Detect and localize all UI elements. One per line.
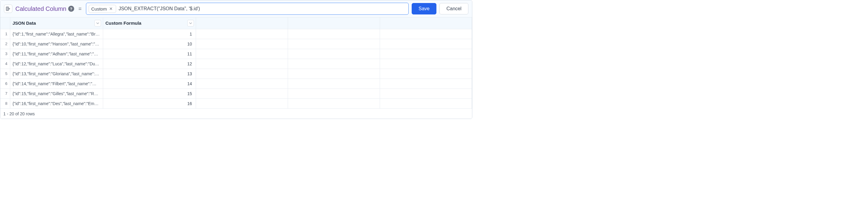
row-number-cell: 3 xyxy=(0,49,10,59)
page-title: Calculated Column ? xyxy=(16,5,74,12)
formula-result-cell[interactable]: 10 xyxy=(103,39,196,49)
column-menu-json[interactable] xyxy=(94,20,101,27)
data-table: JSON Data Custom Formula xyxy=(0,17,472,109)
formula-result-cell[interactable]: 15 xyxy=(103,88,196,99)
column-header-json[interactable]: JSON Data xyxy=(10,17,103,29)
blank-cell xyxy=(288,59,380,69)
blank-cell xyxy=(380,69,472,79)
column-header-formula-label: Custom Formula xyxy=(105,21,142,26)
column-header-formula[interactable]: Custom Formula xyxy=(103,17,196,29)
formula-result-cell[interactable]: 1 xyxy=(103,29,196,39)
table-row: 6{"id":14,"first_name":"Filbert","last_n… xyxy=(0,79,472,88)
table-row: 7{"id":15,"first_name":"Gilles","last_na… xyxy=(0,88,472,99)
cancel-button[interactable]: Cancel xyxy=(439,3,468,14)
table-row: 1{"id":1,"first_name":"Allegra","last_na… xyxy=(0,29,472,39)
blank-cell xyxy=(288,79,380,88)
formula-input[interactable] xyxy=(119,6,406,11)
blank-cell xyxy=(196,59,288,69)
row-number-cell: 6 xyxy=(0,79,10,88)
table-row: 5{"id":13,"first_name":"Gloriana","last_… xyxy=(0,69,472,79)
blank-cell xyxy=(288,88,380,99)
blank-cell xyxy=(288,69,380,79)
json-data-cell[interactable]: {"id":13,"first_name":"Gloriana","last_n… xyxy=(10,69,103,79)
blank-cell xyxy=(380,29,472,39)
blank-cell xyxy=(196,79,288,88)
close-icon[interactable]: ✕ xyxy=(108,6,114,11)
blank-cell xyxy=(380,39,472,49)
formula-result-cell[interactable]: 16 xyxy=(103,99,196,108)
chip-label: Custom xyxy=(91,6,107,11)
row-number-cell: 8 xyxy=(0,99,10,108)
formula-result-cell[interactable]: 14 xyxy=(103,79,196,88)
json-data-cell[interactable]: {"id":12,"first_name":"Luca","last_name"… xyxy=(10,59,103,69)
column-header-blank xyxy=(196,17,288,29)
blank-cell xyxy=(196,49,288,59)
row-number-cell: 7 xyxy=(0,88,10,99)
formula-result-cell[interactable]: 13 xyxy=(103,69,196,79)
formula-result-cell[interactable]: 11 xyxy=(103,49,196,59)
column-header-blank xyxy=(380,17,472,29)
blank-cell xyxy=(288,29,380,39)
row-number-cell: 4 xyxy=(0,59,10,69)
equals-sign: = xyxy=(77,6,83,12)
json-data-cell[interactable]: {"id":11,"first_name":"Adham","last_name… xyxy=(10,49,103,59)
blank-cell xyxy=(196,69,288,79)
header-bar: Calculated Column ? = Custom ✕ Save Canc… xyxy=(0,0,472,17)
blank-cell xyxy=(196,88,288,99)
blank-cell xyxy=(380,99,472,108)
row-number-cell: 1 xyxy=(0,29,10,39)
json-data-cell[interactable]: {"id":1,"first_name":"Allegra","last_nam… xyxy=(10,29,103,39)
json-data-cell[interactable]: {"id":16,"first_name":"Des","last_name":… xyxy=(10,99,103,108)
title-text: Calculated Column xyxy=(16,5,66,12)
column-header-json-label: JSON Data xyxy=(13,21,36,26)
json-data-cell[interactable]: {"id":14,"first_name":"Filbert","last_na… xyxy=(10,79,103,88)
table-row: 8{"id":16,"first_name":"Des","last_name"… xyxy=(0,99,472,108)
table-row: 2{"id":10,"first_name":"Hanson","last_na… xyxy=(0,39,472,49)
save-button[interactable]: Save xyxy=(412,3,436,14)
blank-cell xyxy=(196,39,288,49)
blank-cell xyxy=(380,88,472,99)
formula-type-chip[interactable]: Custom ✕ xyxy=(89,5,116,13)
blank-cell xyxy=(288,49,380,59)
table-row: 4{"id":12,"first_name":"Luca","last_name… xyxy=(0,59,472,69)
blank-cell xyxy=(196,29,288,39)
chevron-down-icon xyxy=(96,22,99,25)
row-count-footer: 1 - 20 of 20 rows xyxy=(0,109,472,119)
row-number-header xyxy=(0,17,10,29)
json-data-cell[interactable]: {"id":10,"first_name":"Hanson","last_nam… xyxy=(10,39,103,49)
add-column-button[interactable] xyxy=(4,4,12,13)
help-icon[interactable]: ? xyxy=(68,6,74,12)
chevron-down-icon xyxy=(189,22,192,25)
blank-cell xyxy=(380,79,472,88)
blank-cell xyxy=(380,59,472,69)
blank-cell xyxy=(196,99,288,108)
row-number-cell: 2 xyxy=(0,39,10,49)
add-column-icon xyxy=(6,6,10,11)
blank-cell xyxy=(288,99,380,108)
row-count-label: 1 - 20 of 20 rows xyxy=(3,111,35,116)
json-data-cell[interactable]: {"id":15,"first_name":"Gilles","last_nam… xyxy=(10,88,103,99)
table-row: 3{"id":11,"first_name":"Adham","last_nam… xyxy=(0,49,472,59)
blank-cell xyxy=(288,39,380,49)
blank-cell xyxy=(380,49,472,59)
column-menu-formula[interactable] xyxy=(187,20,194,27)
formula-result-cell[interactable]: 12 xyxy=(103,59,196,69)
svg-rect-0 xyxy=(6,7,9,10)
column-header-blank xyxy=(288,17,380,29)
calculated-column-panel: Calculated Column ? = Custom ✕ Save Canc… xyxy=(0,0,472,119)
row-number-cell: 5 xyxy=(0,69,10,79)
data-table-wrap: JSON Data Custom Formula xyxy=(0,17,472,109)
formula-bar[interactable]: Custom ✕ xyxy=(86,3,409,15)
